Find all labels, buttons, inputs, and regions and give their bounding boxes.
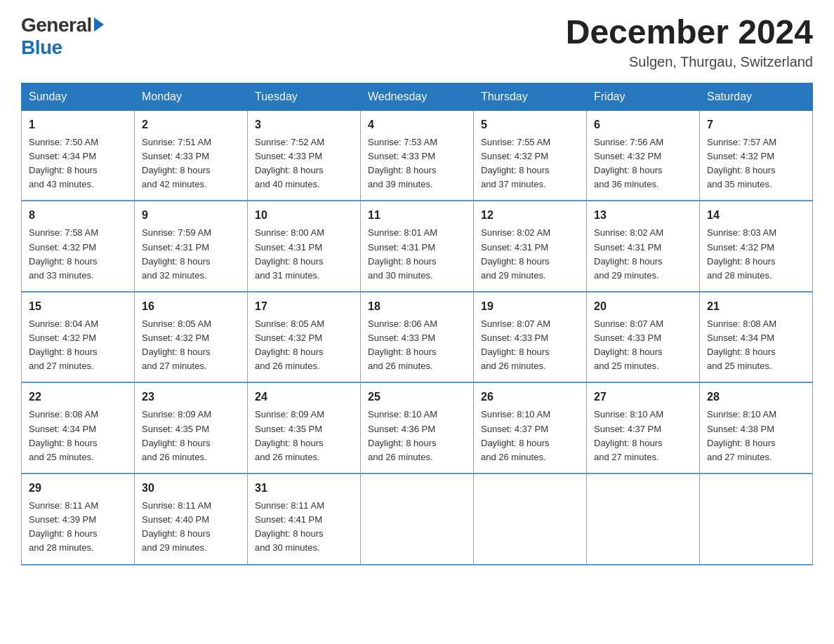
day-info: Sunrise: 8:01 AMSunset: 4:31 PMDaylight:… xyxy=(368,226,466,283)
day-cell: 13Sunrise: 8:02 AMSunset: 4:31 PMDayligh… xyxy=(587,201,700,292)
calendar-table: SundayMondayTuesdayWednesdayThursdayFrid… xyxy=(21,83,813,565)
day-number: 3 xyxy=(255,116,353,133)
day-info: Sunrise: 7:55 AMSunset: 4:32 PMDaylight:… xyxy=(481,135,579,192)
day-info: Sunrise: 7:58 AMSunset: 4:32 PMDaylight:… xyxy=(29,226,127,283)
week-row-3: 15Sunrise: 8:04 AMSunset: 4:32 PMDayligh… xyxy=(22,292,813,383)
day-info: Sunrise: 7:56 AMSunset: 4:32 PMDaylight:… xyxy=(594,135,692,192)
week-row-1: 1Sunrise: 7:50 AMSunset: 4:34 PMDaylight… xyxy=(22,110,813,201)
day-cell: 4Sunrise: 7:53 AMSunset: 4:33 PMDaylight… xyxy=(361,110,474,201)
day-info: Sunrise: 7:59 AMSunset: 4:31 PMDaylight:… xyxy=(142,226,240,283)
calendar-title: December 2024 xyxy=(566,14,813,51)
day-number: 24 xyxy=(255,389,353,405)
calendar-header: SundayMondayTuesdayWednesdayThursdayFrid… xyxy=(22,83,813,110)
day-number: 8 xyxy=(29,207,127,224)
day-number: 18 xyxy=(368,298,466,315)
day-info: Sunrise: 8:09 AMSunset: 4:35 PMDaylight:… xyxy=(255,408,353,464)
day-number: 23 xyxy=(142,389,240,405)
day-info: Sunrise: 8:10 AMSunset: 4:38 PMDaylight:… xyxy=(707,408,805,464)
day-cell: 9Sunrise: 7:59 AMSunset: 4:31 PMDaylight… xyxy=(135,201,248,292)
day-cell: 24Sunrise: 8:09 AMSunset: 4:35 PMDayligh… xyxy=(248,382,361,474)
day-info: Sunrise: 8:03 AMSunset: 4:32 PMDaylight:… xyxy=(707,226,805,283)
day-cell: 19Sunrise: 8:07 AMSunset: 4:33 PMDayligh… xyxy=(474,292,587,383)
day-cell xyxy=(474,474,587,565)
day-cell: 25Sunrise: 8:10 AMSunset: 4:36 PMDayligh… xyxy=(361,382,474,474)
week-row-5: 29Sunrise: 8:11 AMSunset: 4:39 PMDayligh… xyxy=(22,474,813,565)
header-wednesday: Wednesday xyxy=(361,83,474,110)
day-number: 25 xyxy=(368,389,466,405)
day-number: 21 xyxy=(707,298,805,315)
day-info: Sunrise: 8:10 AMSunset: 4:36 PMDaylight:… xyxy=(368,408,466,464)
day-cell: 21Sunrise: 8:08 AMSunset: 4:34 PMDayligh… xyxy=(700,292,813,383)
day-number: 12 xyxy=(481,207,579,224)
day-info: Sunrise: 8:11 AMSunset: 4:40 PMDaylight:… xyxy=(142,499,240,556)
day-info: Sunrise: 8:10 AMSunset: 4:37 PMDaylight:… xyxy=(481,408,579,464)
day-cell: 1Sunrise: 7:50 AMSunset: 4:34 PMDaylight… xyxy=(22,110,135,201)
day-number: 29 xyxy=(29,480,127,497)
day-cell: 29Sunrise: 8:11 AMSunset: 4:39 PMDayligh… xyxy=(22,474,135,565)
week-row-4: 22Sunrise: 8:08 AMSunset: 4:34 PMDayligh… xyxy=(22,382,813,474)
day-cell: 15Sunrise: 8:04 AMSunset: 4:32 PMDayligh… xyxy=(22,292,135,383)
day-number: 26 xyxy=(481,389,579,405)
day-cell: 11Sunrise: 8:01 AMSunset: 4:31 PMDayligh… xyxy=(361,201,474,292)
day-cell xyxy=(700,474,813,565)
logo: General Blue xyxy=(21,14,104,59)
header-saturday: Saturday xyxy=(700,83,813,110)
day-info: Sunrise: 8:05 AMSunset: 4:32 PMDaylight:… xyxy=(255,317,353,374)
day-number: 20 xyxy=(594,298,692,315)
day-number: 1 xyxy=(29,116,127,133)
day-cell: 3Sunrise: 7:52 AMSunset: 4:33 PMDaylight… xyxy=(248,110,361,201)
day-cell: 22Sunrise: 8:08 AMSunset: 4:34 PMDayligh… xyxy=(22,382,135,474)
day-cell: 8Sunrise: 7:58 AMSunset: 4:32 PMDaylight… xyxy=(22,201,135,292)
day-cell: 23Sunrise: 8:09 AMSunset: 4:35 PMDayligh… xyxy=(135,382,248,474)
day-info: Sunrise: 7:57 AMSunset: 4:32 PMDaylight:… xyxy=(707,135,805,192)
day-info: Sunrise: 8:05 AMSunset: 4:32 PMDaylight:… xyxy=(142,317,240,374)
day-info: Sunrise: 7:51 AMSunset: 4:33 PMDaylight:… xyxy=(142,135,240,192)
day-number: 4 xyxy=(368,116,466,133)
day-info: Sunrise: 8:02 AMSunset: 4:31 PMDaylight:… xyxy=(594,226,692,283)
day-number: 9 xyxy=(142,207,240,224)
day-info: Sunrise: 8:08 AMSunset: 4:34 PMDaylight:… xyxy=(29,408,127,464)
day-number: 5 xyxy=(481,116,579,133)
day-cell: 2Sunrise: 7:51 AMSunset: 4:33 PMDaylight… xyxy=(135,110,248,201)
day-number: 15 xyxy=(29,298,127,315)
day-number: 7 xyxy=(707,116,805,133)
day-cell xyxy=(587,474,700,565)
day-cell: 20Sunrise: 8:07 AMSunset: 4:33 PMDayligh… xyxy=(587,292,700,383)
day-cell: 27Sunrise: 8:10 AMSunset: 4:37 PMDayligh… xyxy=(587,382,700,474)
day-number: 6 xyxy=(594,116,692,133)
day-info: Sunrise: 8:00 AMSunset: 4:31 PMDaylight:… xyxy=(255,226,353,283)
day-info: Sunrise: 8:06 AMSunset: 4:33 PMDaylight:… xyxy=(368,317,466,374)
day-cell: 14Sunrise: 8:03 AMSunset: 4:32 PMDayligh… xyxy=(700,201,813,292)
day-info: Sunrise: 8:07 AMSunset: 4:33 PMDaylight:… xyxy=(594,317,692,374)
day-cell: 17Sunrise: 8:05 AMSunset: 4:32 PMDayligh… xyxy=(248,292,361,383)
day-info: Sunrise: 7:50 AMSunset: 4:34 PMDaylight:… xyxy=(29,135,127,192)
header-tuesday: Tuesday xyxy=(248,83,361,110)
day-number: 22 xyxy=(29,389,127,405)
day-cell: 18Sunrise: 8:06 AMSunset: 4:33 PMDayligh… xyxy=(361,292,474,383)
day-info: Sunrise: 8:02 AMSunset: 4:31 PMDaylight:… xyxy=(481,226,579,283)
logo-general-text: General xyxy=(21,14,92,36)
header-friday: Friday xyxy=(587,83,700,110)
day-number: 14 xyxy=(707,207,805,224)
day-number: 17 xyxy=(255,298,353,315)
page-header: General Blue December 2024 Sulgen, Thurg… xyxy=(21,14,813,70)
day-cell xyxy=(361,474,474,565)
title-block: December 2024 Sulgen, Thurgau, Switzerla… xyxy=(566,14,813,70)
day-info: Sunrise: 7:53 AMSunset: 4:33 PMDaylight:… xyxy=(368,135,466,192)
day-number: 11 xyxy=(368,207,466,224)
day-number: 13 xyxy=(594,207,692,224)
day-info: Sunrise: 8:07 AMSunset: 4:33 PMDaylight:… xyxy=(481,317,579,374)
header-sunday: Sunday xyxy=(22,83,135,110)
day-info: Sunrise: 8:10 AMSunset: 4:37 PMDaylight:… xyxy=(594,408,692,464)
header-row: SundayMondayTuesdayWednesdayThursdayFrid… xyxy=(22,83,813,110)
calendar-subtitle: Sulgen, Thurgau, Switzerland xyxy=(566,54,813,70)
week-row-2: 8Sunrise: 7:58 AMSunset: 4:32 PMDaylight… xyxy=(22,201,813,292)
day-cell: 16Sunrise: 8:05 AMSunset: 4:32 PMDayligh… xyxy=(135,292,248,383)
day-info: Sunrise: 8:11 AMSunset: 4:39 PMDaylight:… xyxy=(29,499,127,556)
day-info: Sunrise: 8:11 AMSunset: 4:41 PMDaylight:… xyxy=(255,499,353,556)
day-number: 30 xyxy=(142,480,240,497)
day-cell: 28Sunrise: 8:10 AMSunset: 4:38 PMDayligh… xyxy=(700,382,813,474)
day-cell: 7Sunrise: 7:57 AMSunset: 4:32 PMDaylight… xyxy=(700,110,813,201)
day-info: Sunrise: 8:08 AMSunset: 4:34 PMDaylight:… xyxy=(707,317,805,374)
day-number: 16 xyxy=(142,298,240,315)
